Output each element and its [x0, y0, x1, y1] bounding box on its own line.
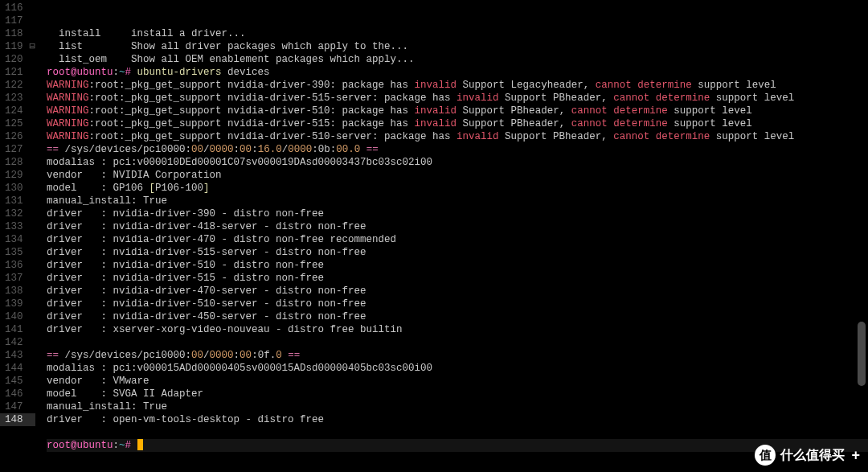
code-line[interactable]: WARNING:root:_pkg_get_support nvidia-dri… — [47, 117, 868, 130]
line-number: 129 — [0, 169, 35, 182]
watermark-text: 什么值得买 — [780, 449, 845, 462]
code-line[interactable]: driver : xserver-xorg-video-nouveau - di… — [47, 323, 868, 336]
line-number: 145 — [0, 375, 35, 388]
line-number: 126 — [0, 130, 35, 143]
line-number: 130 — [0, 182, 35, 195]
line-number: 121 — [0, 66, 35, 79]
code-line[interactable]: vendor : NVIDIA Corporation — [47, 169, 868, 182]
line-number: 142 — [0, 336, 35, 349]
fold-icon[interactable]: ⊟ — [29, 40, 35, 53]
line-number: 141 — [0, 323, 35, 336]
code-line[interactable]: model : SVGA II Adapter — [47, 388, 868, 400]
line-number: 146 — [0, 388, 35, 400]
line-number: 118 — [0, 27, 35, 40]
code-line[interactable]: root@ubuntu:~# — [47, 439, 868, 452]
code-line[interactable]: == /sys/devices/pci0000:00/0000:00:0f.0 … — [47, 349, 868, 362]
line-number-gutter: 116 117 118 119 ⊟120 121 122 123 124 125… — [0, 0, 42, 472]
line-number: 139 — [0, 298, 35, 310]
line-number: 147 — [0, 400, 35, 413]
line-number: 144 — [0, 362, 35, 375]
line-number: 116 — [0, 2, 35, 14]
line-number: 148 — [0, 413, 35, 426]
code-line[interactable]: driver : nvidia-driver-470 - distro non-… — [47, 233, 868, 246]
code-line[interactable]: WARNING:root:_pkg_get_support nvidia-dri… — [47, 130, 868, 143]
code-line[interactable]: list_oem Show all OEM enablement package… — [47, 53, 868, 66]
code-line[interactable]: driver : nvidia-driver-515-server - dist… — [47, 246, 868, 259]
code-line[interactable]: modalias : pci:v000010DEd00001C07sv00001… — [47, 156, 868, 169]
code-line[interactable]: driver : open-vm-tools-desktop - distro … — [47, 413, 868, 426]
code-line[interactable]: driver : nvidia-driver-390 - distro non-… — [47, 207, 868, 220]
code-line[interactable]: modalias : pci:v000015ADd00000405sv00001… — [47, 362, 868, 375]
code-line[interactable]: WARNING:root:_pkg_get_support nvidia-dri… — [47, 79, 868, 92]
line-number: 133 — [0, 220, 35, 233]
line-number: 128 — [0, 156, 35, 169]
code-line[interactable]: WARNING:root:_pkg_get_support nvidia-dri… — [47, 105, 868, 117]
code-line[interactable]: vendor : VMware — [47, 375, 868, 388]
code-line[interactable]: root@ubuntu:~# ubuntu-drivers devices — [47, 66, 868, 79]
code-line[interactable]: manual_install: True — [47, 195, 868, 207]
text-cursor — [137, 439, 143, 450]
line-number: 137 — [0, 272, 35, 285]
line-number: 124 — [0, 105, 35, 117]
line-number: 138 — [0, 285, 35, 298]
code-line[interactable] — [47, 336, 868, 349]
code-line[interactable]: manual_install: True — [47, 400, 868, 413]
code-line[interactable]: list Show all driver packages which appl… — [47, 40, 868, 53]
line-number: 143 — [0, 349, 35, 362]
code-line[interactable]: WARNING:root:_pkg_get_support nvidia-dri… — [47, 92, 868, 105]
line-number: 119 ⊟ — [0, 40, 35, 53]
line-number: 120 — [0, 53, 35, 66]
line-number: 135 — [0, 246, 35, 259]
line-number: 117 — [0, 14, 35, 27]
code-editor[interactable]: 116 117 118 119 ⊟120 121 122 123 124 125… — [0, 0, 868, 472]
code-line[interactable]: driver : nvidia-driver-418-server - dist… — [47, 220, 868, 233]
code-line[interactable]: install install a driver... — [47, 27, 868, 40]
vertical-scrollbar[interactable] — [858, 322, 866, 386]
line-number: 125 — [0, 117, 35, 130]
code-line[interactable] — [47, 426, 868, 439]
line-number: 134 — [0, 233, 35, 246]
code-line[interactable]: model : GP106 [P106-100] — [47, 182, 868, 195]
line-number: 123 — [0, 92, 35, 105]
line-number: 140 — [0, 310, 35, 323]
code-line[interactable]: driver : nvidia-driver-510 - distro non-… — [47, 259, 868, 272]
line-number: 122 — [0, 79, 35, 92]
watermark-badge-icon: 值 — [755, 445, 776, 466]
watermark: 值 什么值得买 + — [755, 445, 860, 466]
line-number: 132 — [0, 207, 35, 220]
code-line[interactable]: == /sys/devices/pci0000:00/0000:00:16.0/… — [47, 143, 868, 156]
code-area[interactable]: install install a driver... list Show al… — [42, 0, 868, 472]
code-line[interactable]: driver : nvidia-driver-450-server - dist… — [47, 310, 868, 323]
line-number: 136 — [0, 259, 35, 272]
line-number: 131 — [0, 195, 35, 207]
code-line[interactable]: driver : nvidia-driver-515 - distro non-… — [47, 272, 868, 285]
line-number: 127 — [0, 143, 35, 156]
plus-icon: + — [851, 449, 860, 462]
code-line[interactable]: driver : nvidia-driver-510-server - dist… — [47, 298, 868, 310]
code-line[interactable]: driver : nvidia-driver-470-server - dist… — [47, 285, 868, 298]
